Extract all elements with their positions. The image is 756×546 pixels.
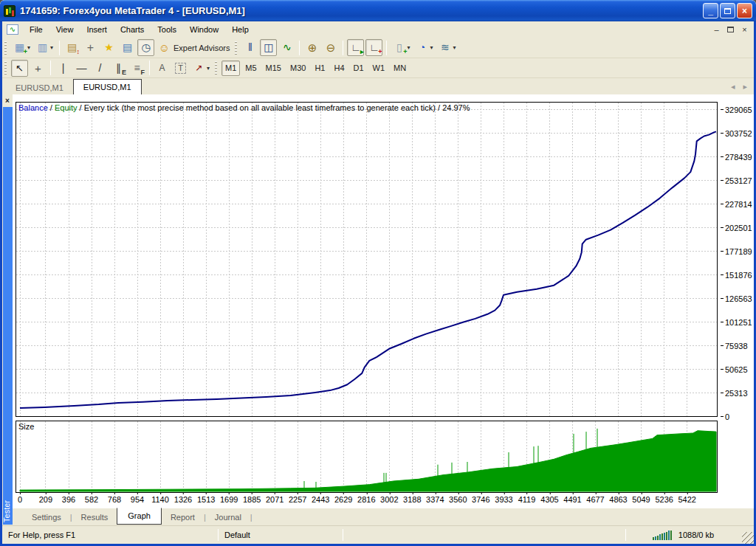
auto-scroll-button[interactable]: ∟▸ — [347, 39, 364, 56]
tester-tab-journal[interactable]: Journal — [206, 510, 250, 525]
x-tick-label: 768 — [108, 495, 121, 504]
zoom-in-button[interactable]: ⊕ — [303, 39, 320, 56]
x-tick-label: 1140 — [151, 495, 169, 504]
toolbar-grip[interactable] — [235, 41, 237, 55]
timeframe-h4[interactable]: H4 — [330, 61, 348, 76]
data-window-button[interactable]: + — [82, 39, 99, 56]
y-tick-label: 177189 — [725, 247, 752, 256]
chart-shift-button[interactable]: ∟+ — [365, 39, 382, 56]
tester-tab-report[interactable]: Report — [162, 510, 204, 525]
new-chart-button[interactable]: ▦+▾ — [11, 39, 32, 56]
tester-tabs: Settings|ResultsGraphReport|Journal| — [13, 508, 754, 525]
profiles-icon: ▥ — [36, 41, 49, 54]
timeframe-m5[interactable]: M5 — [241, 61, 260, 76]
mdi-minimize-button[interactable]: – — [710, 24, 723, 35]
cursor-button[interactable]: ↖ — [11, 60, 28, 77]
x-axis-labels: 0209396582768954114013261513169918852071… — [16, 494, 718, 505]
strategy-tester-button[interactable]: ◷ — [137, 39, 154, 56]
vertical-line-button[interactable]: | — [55, 60, 72, 77]
mdi-close-button[interactable]: × — [738, 24, 751, 35]
crosshair-button[interactable]: + — [30, 60, 47, 77]
toolbar-separator — [59, 41, 60, 55]
line-chart-icon: ∿ — [281, 41, 293, 54]
chart-tab-0[interactable]: EURUSD,M1 — [6, 80, 73, 94]
timeframe-m15[interactable]: M15 — [262, 61, 285, 76]
arrows-button[interactable]: ↗▾ — [190, 60, 212, 77]
tester-side-strip: × Tester — [2, 94, 13, 525]
line-chart-button[interactable]: ∿ — [278, 39, 295, 56]
y-tick-label: 0 — [725, 412, 729, 421]
candlestick-icon: ◫ — [262, 41, 275, 54]
menubar: ∿ FileViewInsertChartsToolsWindowHelp – … — [2, 21, 754, 38]
arrows-icon: ↗ — [193, 62, 205, 75]
profiles-button[interactable]: ▥▾ — [34, 39, 55, 56]
timeframe-m30[interactable]: M30 — [286, 61, 309, 76]
x-tick-label: 2816 — [357, 495, 375, 504]
data-window-icon: + — [84, 41, 97, 54]
y-tick-label: 50625 — [725, 365, 748, 374]
timeframe-d1[interactable]: D1 — [350, 61, 368, 76]
zoom-out-button[interactable]: ⊖ — [322, 39, 339, 56]
trendline-button[interactable]: / — [92, 60, 109, 77]
menu-file[interactable]: File — [23, 23, 49, 36]
text-icon: A — [156, 62, 168, 75]
chart-tab-1[interactable]: EURUSD,M1 — [73, 79, 142, 94]
tester-strip-bar[interactable] — [3, 107, 13, 525]
x-tick-label: 4863 — [609, 495, 627, 504]
market-watch-button[interactable]: ▤↕ — [63, 39, 80, 56]
maximize-button[interactable] — [720, 3, 735, 18]
tab-scroll-arrows-icon[interactable]: ◂ ▸ — [731, 82, 750, 91]
close-button[interactable]: × — [737, 3, 752, 18]
timeframe-w1[interactable]: W1 — [369, 61, 389, 76]
timeframe-h1[interactable]: H1 — [311, 61, 329, 76]
tester-close-button[interactable]: × — [3, 96, 12, 106]
fibonacci-button[interactable]: ≡F — [128, 60, 145, 77]
toolbar-separator — [50, 61, 51, 75]
menu-charts[interactable]: Charts — [114, 23, 151, 36]
menu-help[interactable]: Help — [225, 23, 255, 36]
text-button[interactable]: A — [154, 60, 171, 77]
horizontal-line-button[interactable]: — — [73, 60, 90, 77]
toolbar-separator — [299, 41, 300, 55]
menu-view[interactable]: View — [49, 23, 80, 36]
bar-chart-button[interactable]: ‖ — [241, 39, 258, 56]
toolbar-grip[interactable] — [4, 41, 7, 55]
candlestick-button[interactable]: ◫ — [260, 39, 277, 56]
mdi-restore-icon — [727, 27, 734, 32]
size-chart-frame: Size — [16, 421, 718, 493]
resize-grip[interactable] — [742, 532, 754, 544]
x-tick-label: 3560 — [449, 495, 467, 504]
new-chart-icon: ▦+ — [13, 41, 26, 54]
x-tick-label: 0 — [18, 495, 22, 504]
menu-tools[interactable]: Tools — [151, 23, 183, 36]
y-tick-label: 253127 — [725, 176, 752, 185]
templates-icon: ≋ — [439, 41, 451, 54]
minimize-button[interactable]: _ — [703, 3, 718, 18]
tester-tab-graph[interactable]: Graph — [117, 508, 162, 525]
menu-window[interactable]: Window — [183, 23, 225, 36]
timeframe-m1[interactable]: M1 — [221, 61, 240, 76]
tester-tab-settings[interactable]: Settings — [23, 510, 70, 525]
x-tick-label: 2629 — [334, 495, 352, 504]
timeframe-mn[interactable]: MN — [390, 61, 410, 76]
templates-button[interactable]: ≋▾ — [436, 39, 458, 56]
y-tick-label: 227814 — [725, 200, 752, 209]
connection-status-icon — [653, 531, 672, 540]
terminal-button[interactable]: ▤ — [119, 39, 136, 56]
expert-advisors-button[interactable]: ☺Expert Advisors — [156, 39, 232, 56]
text-label-button[interactable]: T — [172, 60, 189, 77]
x-tick-label: 3002 — [380, 495, 398, 504]
titlebar[interactable]: 1741659: Forex4you MetaTrader 4 - [EURUS… — [0, 0, 756, 21]
toolbar-grip[interactable] — [4, 61, 7, 75]
mdi-restore-button[interactable] — [724, 24, 737, 35]
tester-tab-results[interactable]: Results — [72, 510, 117, 525]
navigator-button[interactable]: ★ — [100, 39, 117, 56]
y-tick-label: 101251 — [725, 318, 752, 327]
new-order-button[interactable]: ▯+▾ — [391, 39, 412, 56]
toolbar-grip[interactable] — [215, 61, 217, 75]
channel-button[interactable]: ∥E — [110, 60, 127, 77]
x-tick-label: 1326 — [174, 495, 192, 504]
vline-icon: | — [57, 62, 69, 75]
periods-button[interactable]: ◔▾ — [413, 39, 435, 56]
menu-insert[interactable]: Insert — [80, 23, 114, 36]
